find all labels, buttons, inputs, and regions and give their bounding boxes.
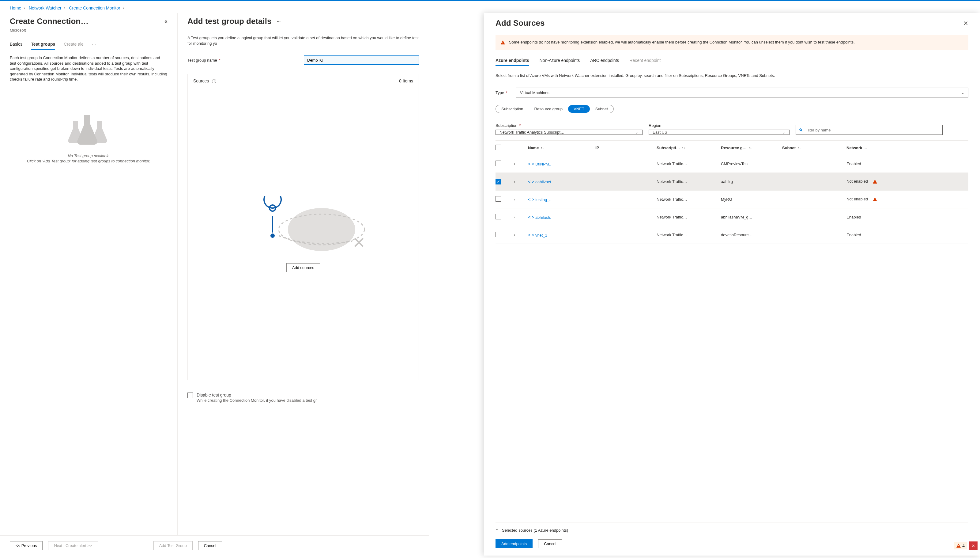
breadcrumb-ccm[interactable]: Create Connection Monitor [69, 5, 120, 10]
row-rg: deveshResourc… [721, 233, 782, 237]
expand-icon[interactable]: › [514, 233, 515, 237]
col-subnet[interactable]: Subnet ↑↓ [782, 146, 846, 150]
subscription-label: Subscription * [496, 123, 643, 128]
left-tabs: Basics Test groups Create ale ··· [10, 42, 167, 50]
row-name-link[interactable]: testing_.. [535, 197, 551, 202]
col-network[interactable]: Network … [846, 146, 969, 150]
expand-icon[interactable]: › [514, 161, 515, 166]
row-network: Enabled [846, 215, 969, 219]
error-badge[interactable]: ✕ [969, 542, 978, 550]
empty-title: No Test group available [10, 154, 167, 158]
tab-non-azure[interactable]: Non-Azure endpoints [540, 58, 580, 66]
disable-tg-label: Disable test group [196, 392, 317, 397]
info-icon[interactable]: i [212, 79, 216, 83]
row-rg: CMPreviewTest [721, 161, 782, 166]
filter-input[interactable]: 🔍︎ [796, 125, 942, 135]
warning-text: Some endpoints do not have monitoring ex… [509, 39, 855, 45]
row-rg: aahilrg [721, 179, 782, 184]
tab-test-groups[interactable]: Test groups [31, 42, 55, 50]
col-ip[interactable]: IP [596, 146, 657, 150]
row-checkbox[interactable] [496, 196, 501, 202]
row-network: Enabled [846, 161, 969, 166]
expand-icon[interactable]: › [514, 215, 515, 219]
expand-icon[interactable]: › [514, 179, 515, 184]
row-name-link[interactable]: DtlNPM.. [535, 162, 551, 166]
tab-basics[interactable]: Basics [10, 42, 22, 50]
add-sources-button[interactable]: Add sources [286, 263, 320, 272]
row-subscription: Network Traffic… [657, 179, 721, 184]
collapse-icon[interactable]: « [164, 18, 167, 25]
pill-resource-group[interactable]: Resource group [529, 105, 568, 113]
vnet-icon: <·> [528, 233, 534, 238]
row-network: Not enabled [846, 179, 969, 184]
search-icon: 🔍︎ [799, 128, 803, 132]
panel-cancel-button[interactable]: Cancel [538, 539, 562, 548]
row-checkbox[interactable] [496, 214, 501, 219]
panel-tabs: Azure endpoints Non-Azure endpoints ARC … [496, 58, 969, 66]
region-select[interactable]: East US⌄ [649, 130, 790, 135]
warning-icon [872, 197, 877, 202]
breadcrumb-nw[interactable]: Network Watcher [29, 5, 62, 10]
previous-button[interactable]: << Previous [10, 541, 43, 550]
row-name-link[interactable]: abhilash. [535, 215, 551, 220]
tab-azure-endpoints[interactable]: Azure endpoints [496, 58, 529, 66]
col-name[interactable]: Name ↑↓ [528, 146, 596, 150]
items-count: 0 Items [399, 79, 413, 83]
warning-badge[interactable]: 4 [954, 542, 967, 550]
table-row[interactable]: ›<·> testing_..Network Traffic…MyRGNot e… [496, 190, 969, 208]
tg-name-input[interactable] [304, 56, 419, 65]
selected-summary[interactable]: ⌃ Selected sources (1 Azure endpoints) [496, 528, 969, 533]
tab-recent[interactable]: Recent endpoint [629, 58, 661, 66]
type-select[interactable]: Virtual Machines ⌄ [516, 88, 969, 97]
table-row[interactable]: ›<·> abhilash.Network Traffic…abhilashaV… [496, 208, 969, 226]
tab-arc[interactable]: ARC endpoints [590, 58, 619, 66]
row-subscription: Network Traffic… [657, 161, 721, 166]
warning-banner: Some endpoints do not have monitoring ex… [496, 35, 969, 50]
select-all-checkbox[interactable] [496, 144, 501, 150]
row-name-link[interactable]: aahilvnet [535, 180, 551, 184]
chevron-down-icon: ⌄ [782, 130, 785, 135]
row-name-link[interactable]: vnet_1 [535, 233, 547, 238]
row-checkbox[interactable]: ✓ [496, 179, 501, 184]
table-row[interactable]: ›<·> vnet_1Network Traffic…deveshResourc… [496, 226, 969, 244]
row-rg: MyRG [721, 197, 782, 202]
table-row[interactable]: ✓›<·> aahilvnetNetwork Traffic…aahilrgNo… [496, 173, 969, 190]
row-checkbox[interactable] [496, 231, 501, 237]
breadcrumb-home[interactable]: Home [10, 5, 21, 10]
col-rg[interactable]: Resource g…↑↓ [721, 146, 782, 150]
left-description: Each test group in Connection Monitor de… [10, 55, 167, 82]
subscription-select[interactable]: Network Traffic Analytics Subscript…⌄ [496, 130, 643, 135]
add-test-group-button[interactable]: Add Test Group [154, 541, 193, 550]
blade-title: Add test group details [187, 16, 272, 26]
table-row[interactable]: ›<·> DtlNPM..Network Traffic…CMPreviewTe… [496, 155, 969, 173]
pill-subnet[interactable]: Subnet [590, 105, 614, 113]
tab-create-alert[interactable]: Create ale [64, 42, 83, 50]
row-network: Not enabled [846, 197, 969, 202]
add-endpoints-button[interactable]: Add endpoints [496, 539, 533, 548]
expand-icon[interactable]: › [514, 197, 515, 202]
svg-rect-10 [875, 199, 875, 200]
row-subscription: Network Traffic… [657, 233, 721, 237]
row-checkbox[interactable] [496, 161, 501, 166]
close-icon[interactable]: ✕ [963, 20, 969, 27]
empty-subtitle: Click on 'Add Test group' for adding tes… [10, 159, 167, 163]
chevron-down-icon: ⌄ [635, 130, 638, 135]
disable-tg-checkbox[interactable] [187, 392, 193, 398]
globe-pin-icon [239, 196, 368, 263]
pill-vnet[interactable]: VNET [568, 105, 590, 113]
type-label: Type * [496, 90, 507, 95]
cancel-button[interactable]: Cancel [198, 541, 222, 550]
disable-tg-sub: While creating the Connection Monitor, i… [196, 398, 317, 403]
svg-rect-9 [875, 183, 875, 183]
col-subscription[interactable]: Subscripti… ↑↓ [657, 146, 721, 150]
panel-title: Add Sources [496, 18, 545, 28]
tab-more[interactable]: ··· [92, 42, 96, 50]
panel-description: Select from a list of Azure VMs with Net… [496, 73, 969, 79]
chevron-down-icon: ⌄ [961, 90, 964, 95]
region-label: Region [649, 123, 790, 128]
next-button[interactable]: Next : Create alert >> [48, 541, 98, 550]
blade-more-icon[interactable]: ··· [277, 19, 281, 24]
pill-subscription[interactable]: Subscription [496, 105, 529, 113]
endpoints-grid: Name ↑↓ IP Subscripti… ↑↓ Resource g…↑↓ … [496, 140, 969, 244]
blade-description: A Test group lets you define a logical g… [187, 35, 419, 46]
